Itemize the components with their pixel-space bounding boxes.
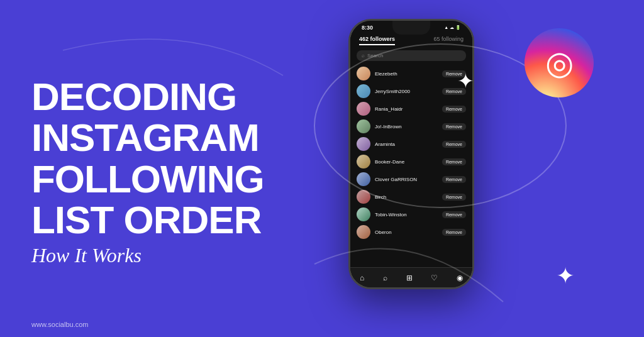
remove-button[interactable]: Remove <box>442 106 466 113</box>
follower-item: ElezebethRemove <box>350 65 472 82</box>
follower-item: Booker-DaneRemove <box>350 153 472 170</box>
phone-notch <box>392 21 430 35</box>
remove-button[interactable]: Remove <box>442 194 466 201</box>
phone-bottom-bar: ⌂ ⌕ ⊞ ♡ ◉ <box>350 267 472 287</box>
avatar <box>357 84 370 98</box>
avatar <box>357 155 370 168</box>
title-line2: INSTAGRAM <box>31 116 259 159</box>
sparkle-icon-bottom: ✦ <box>556 263 575 289</box>
nav-home-icon[interactable]: ⌂ <box>360 273 364 282</box>
follower-name: Oberon <box>375 229 438 235</box>
avatar <box>357 102 370 116</box>
search-bar[interactable]: ⌕ Search <box>357 50 466 61</box>
remove-button[interactable]: Remove <box>442 123 466 130</box>
follower-item: Jo!-InBrownRemove <box>350 118 472 135</box>
following-tab[interactable]: 65 following <box>433 36 464 45</box>
left-panel: DECODING INSTAGRAM FOLLOWING LIST ORDER … <box>0 0 289 337</box>
instagram-logo: ◎ <box>525 28 594 97</box>
phone-mockup: 8:30 ▲ ☁ 🔋 462 followers 65 following ⌕ … <box>348 19 474 327</box>
phone-body: 8:30 ▲ ☁ 🔋 462 followers 65 following ⌕ … <box>348 19 474 289</box>
follower-name: Rania_Haidr <box>375 106 438 112</box>
avatar <box>357 119 370 133</box>
right-panel: ◎ ✦ ✦ 8:30 ▲ ☁ 🔋 462 followers 65 follow… <box>317 9 606 330</box>
follower-name: Clover GaRRISON <box>375 177 438 182</box>
avatar <box>357 207 370 221</box>
title-line3: FOLLOWING <box>31 157 264 201</box>
follower-item: JerrySmith2000Remove <box>350 82 472 100</box>
remove-button[interactable]: Remove <box>442 158 466 165</box>
avatar <box>357 172 370 186</box>
follower-item: BirchRemove <box>350 188 472 206</box>
remove-button[interactable]: Remove <box>442 176 466 183</box>
follower-name: Birch <box>375 194 438 200</box>
avatar <box>357 190 370 204</box>
follower-item: AramintaRemove <box>350 135 472 153</box>
follower-item: Tobin-WinstonRemove <box>350 206 472 223</box>
follower-name: Elezebeth <box>375 71 438 77</box>
subtitle: How It Works <box>31 244 270 267</box>
sparkle-icon-top: ✦ <box>457 69 474 93</box>
main-title: DECODING INSTAGRAM FOLLOWING LIST ORDER <box>31 76 270 240</box>
status-time: 8:30 <box>362 25 373 31</box>
follower-name: Jo!-InBrown <box>375 124 438 130</box>
watermark: www.socialbu.com <box>31 321 88 328</box>
avatar <box>357 137 370 151</box>
follower-item: Rania_HaidrRemove <box>350 100 472 118</box>
title-line4: LIST ORDER <box>31 198 261 241</box>
search-icon: ⌕ <box>362 53 365 58</box>
remove-button[interactable]: Remove <box>442 229 466 236</box>
title-line1: DECODING <box>31 75 236 118</box>
follower-item: OberonRemove <box>350 223 472 241</box>
remove-button[interactable]: Remove <box>442 211 466 218</box>
phone-screen: 462 followers 65 following ⌕ Search Elez… <box>350 32 472 285</box>
follower-name: JerrySmith2000 <box>375 89 438 94</box>
nav-profile-icon[interactable]: ◉ <box>457 273 463 282</box>
nav-search-icon[interactable]: ⌕ <box>383 273 387 282</box>
follower-name: Tobin-Winston <box>375 212 438 218</box>
follower-list: ElezebethRemoveJerrySmith2000RemoveRania… <box>350 64 472 242</box>
nav-heart-icon[interactable]: ♡ <box>431 273 438 282</box>
avatar <box>357 67 370 80</box>
follower-item: Clover GaRRISONRemove <box>350 170 472 188</box>
follower-name: Araminta <box>375 141 438 147</box>
nav-reels-icon[interactable]: ⊞ <box>406 273 413 282</box>
follower-name: Booker-Dane <box>375 159 438 165</box>
status-icons: ▲ ☁ 🔋 <box>444 25 461 30</box>
remove-button[interactable]: Remove <box>442 141 466 148</box>
avatar <box>357 225 370 239</box>
followers-tab[interactable]: 462 followers <box>359 36 395 45</box>
search-placeholder: Search <box>367 53 383 58</box>
instagram-icon: ◎ <box>545 47 574 79</box>
